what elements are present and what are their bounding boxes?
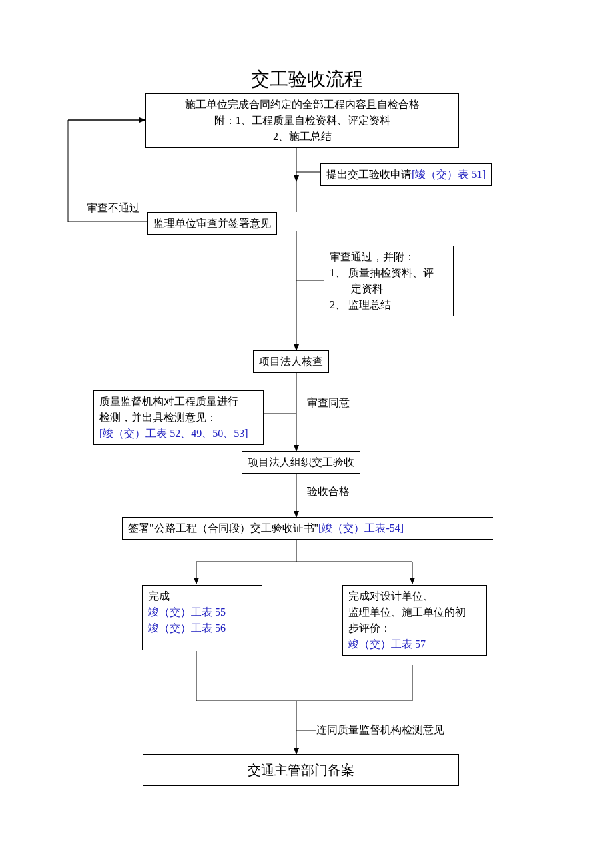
box1-line3: 2、施工总结 — [151, 129, 453, 145]
box-sign-certificate: 签署"公路工程（合同段）交工验收证书"[竣（交）工表-54] — [122, 517, 493, 540]
approve-line2: 1、 质量抽检资料、评 — [330, 265, 448, 281]
request-prefix: 提出交工验收申请 — [326, 169, 412, 180]
box-quality-inspection: 质量监督机构对工程质量进行 检测，并出具检测意见： [竣（交）工表 52、49、… — [93, 390, 264, 445]
box1-line1: 施工单位完成合同约定的全部工程内容且自检合格 — [151, 97, 453, 113]
label-review-rejected: 审查不通过 — [87, 200, 140, 216]
sign-prefix: 签署"公路工程（合同段）交工验收证书" — [128, 522, 318, 534]
complete-right-line2: 监理单位、施工单位的初 — [348, 604, 481, 620]
complete-left-link2: 竣（交）工表 56 — [148, 620, 256, 636]
approve-line3: 定资料 — [330, 281, 448, 297]
quality-line1: 质量监督机构对工程质量进行 — [99, 394, 258, 410]
complete-right-line3: 步评价： — [348, 620, 481, 636]
box1-line2: 附：1、工程质量自检资料、评定资料 — [151, 113, 453, 129]
label-review-approved: 审查同意 — [307, 395, 350, 411]
box-organize-acceptance: 项目法人组织交工验收 — [242, 451, 360, 474]
sign-link: [竣（交）工表-54] — [318, 522, 404, 534]
box-request-acceptance: 提出交工验收申请[竣（交）表 51] — [320, 163, 492, 186]
box-supervisor-review: 监理单位审查并签署意见 — [147, 212, 277, 235]
box-legal-person-check: 项目法人核查 — [253, 350, 329, 373]
box-traffic-authority-filing: 交通主管部门备案 — [143, 754, 459, 786]
diagram-title: 交工验收流程 — [0, 67, 614, 92]
approve-line4: 2、 监理总结 — [330, 297, 448, 313]
box-complete-left: 完成 竣（交）工表 55 竣（交）工表 56 — [142, 585, 262, 650]
complete-left-line1: 完成 — [148, 588, 256, 604]
request-link: [竣（交）表 51] — [412, 169, 486, 180]
quality-line2: 检测，并出具检测意见： — [99, 410, 258, 426]
approve-line1: 审查通过，并附： — [330, 249, 448, 265]
complete-right-line1: 完成对设计单位、 — [348, 588, 481, 604]
label-together-with-inspection: 连同质量监督机构检测意见 — [316, 722, 444, 738]
complete-left-link1: 竣（交）工表 55 — [148, 604, 256, 620]
label-acceptance-qualified: 验收合格 — [307, 484, 350, 500]
complete-right-link: 竣（交）工表 57 — [348, 636, 481, 653]
box-approved-attachments: 审查通过，并附： 1、 质量抽检资料、评 定资料 2、 监理总结 — [324, 246, 454, 316]
box-construction-complete: 施工单位完成合同约定的全部工程内容且自检合格 附：1、工程质量自检资料、评定资料… — [145, 93, 459, 148]
quality-link: [竣（交）工表 52、49、50、53] — [99, 426, 258, 442]
box-complete-right: 完成对设计单位、 监理单位、施工单位的初 步评价： 竣（交）工表 57 — [342, 585, 487, 656]
